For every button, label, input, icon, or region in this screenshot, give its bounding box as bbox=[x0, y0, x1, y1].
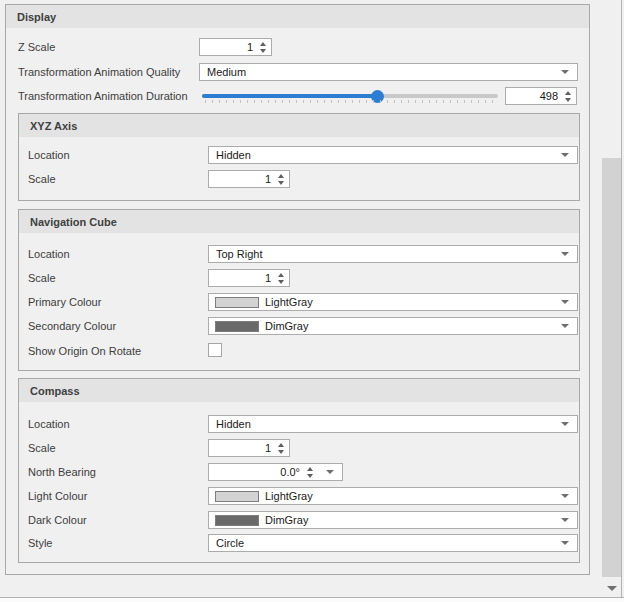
spin-up-icon bbox=[307, 467, 313, 471]
slider-tick-marks bbox=[205, 100, 496, 103]
compass-style-label: Style bbox=[28, 534, 52, 552]
lightgray-color-swatch bbox=[215, 297, 259, 308]
dimgray-color-swatch bbox=[215, 321, 259, 332]
secondary-colour-dropdown[interactable]: DimGray bbox=[208, 317, 578, 335]
compass-group-title: Compass bbox=[30, 385, 80, 397]
spin-down-icon bbox=[307, 474, 313, 478]
compass-group-header: Compass bbox=[19, 379, 579, 402]
primary-colour-value: LightGray bbox=[259, 296, 561, 308]
cube-scale-spinner[interactable]: 1 bbox=[208, 269, 290, 287]
z-scale-value: 1 bbox=[200, 41, 256, 53]
animation-duration-spin-buttons[interactable] bbox=[561, 91, 574, 102]
light-colour-value: LightGray bbox=[259, 490, 561, 502]
cube-location-dropdown[interactable]: Top Right bbox=[208, 245, 578, 263]
spin-up-icon bbox=[278, 443, 284, 447]
chevron-down-icon bbox=[561, 300, 569, 304]
navigation-cube-group-header: Navigation Cube bbox=[19, 210, 579, 233]
z-scale-label: Z Scale bbox=[18, 38, 55, 56]
north-bearing-spinner[interactable]: 0.0° bbox=[208, 463, 343, 481]
primary-colour-label: Primary Colour bbox=[28, 293, 101, 311]
xyz-scale-spinner[interactable]: 1 bbox=[208, 170, 290, 188]
compass-scale-value: 1 bbox=[209, 442, 274, 454]
z-scale-spin-buttons[interactable] bbox=[256, 42, 269, 53]
cube-scale-value: 1 bbox=[209, 272, 274, 284]
cube-location-value: Top Right bbox=[209, 248, 561, 260]
spin-down-icon bbox=[278, 181, 284, 185]
compass-location-dropdown[interactable]: Hidden bbox=[208, 415, 578, 433]
xyz-location-dropdown[interactable]: Hidden bbox=[208, 146, 578, 164]
dark-colour-value: DimGray bbox=[259, 514, 561, 526]
chevron-down-icon bbox=[561, 518, 569, 522]
chevron-down-icon bbox=[561, 252, 569, 256]
primary-colour-dropdown[interactable]: LightGray bbox=[208, 293, 578, 311]
arrow-down-icon bbox=[607, 586, 617, 591]
cube-scale-spin-buttons[interactable] bbox=[274, 273, 287, 284]
animation-quality-dropdown[interactable]: Medium bbox=[199, 63, 578, 81]
compass-scale-spinner[interactable]: 1 bbox=[208, 439, 290, 457]
light-colour-label: Light Colour bbox=[28, 487, 87, 505]
show-origin-label: Show Origin On Rotate bbox=[28, 342, 141, 360]
window-right-border bbox=[621, 0, 622, 597]
secondary-colour-label: Secondary Colour bbox=[28, 317, 116, 335]
compass-location-label: Location bbox=[28, 415, 70, 433]
spin-up-icon bbox=[278, 174, 284, 178]
z-scale-spinner[interactable]: 1 bbox=[199, 38, 272, 56]
light-colour-dropdown[interactable]: LightGray bbox=[208, 487, 578, 505]
spin-down-icon bbox=[278, 450, 284, 454]
compass-location-value: Hidden bbox=[209, 418, 561, 430]
animation-quality-value: Medium bbox=[200, 66, 561, 78]
spin-down-icon bbox=[260, 49, 266, 53]
display-group-title: Display bbox=[17, 11, 56, 23]
compass-scale-spin-buttons[interactable] bbox=[274, 443, 287, 454]
chevron-down-icon bbox=[326, 470, 334, 474]
dark-colour-dropdown[interactable]: DimGray bbox=[208, 511, 578, 529]
animation-quality-label: Transformation Animation Quality bbox=[18, 63, 180, 81]
show-origin-checkbox[interactable] bbox=[208, 343, 222, 357]
animation-duration-value: 498 bbox=[506, 90, 561, 102]
compass-style-value: Circle bbox=[209, 537, 561, 549]
chevron-down-icon bbox=[561, 494, 569, 498]
spin-down-icon bbox=[565, 98, 571, 102]
xyz-axis-group-header: XYZ Axis bbox=[19, 114, 579, 137]
dark-colour-label: Dark Colour bbox=[28, 511, 87, 529]
scrollbar-down-button[interactable] bbox=[602, 579, 621, 597]
lightgray-color-swatch bbox=[215, 491, 259, 502]
window-bottom-strip bbox=[0, 598, 624, 602]
navigation-cube-group-title: Navigation Cube bbox=[30, 216, 117, 228]
animation-duration-label: Transformation Animation Duration bbox=[18, 87, 188, 105]
chevron-down-icon bbox=[561, 541, 569, 545]
xyz-location-label: Location bbox=[28, 146, 70, 164]
spin-up-icon bbox=[278, 273, 284, 277]
cube-scale-label: Scale bbox=[28, 269, 56, 287]
display-group-header: Display bbox=[6, 5, 589, 28]
spin-up-icon bbox=[565, 91, 571, 95]
xyz-location-value: Hidden bbox=[209, 149, 561, 161]
animation-duration-spinner[interactable]: 498 bbox=[505, 87, 577, 105]
vertical-scrollbar-thumb[interactable] bbox=[602, 158, 621, 577]
spin-up-icon bbox=[260, 42, 266, 46]
xyz-scale-value: 1 bbox=[209, 173, 274, 185]
compass-style-dropdown[interactable]: Circle bbox=[208, 534, 578, 552]
dimgray-color-swatch bbox=[215, 515, 259, 526]
xyz-scale-label: Scale bbox=[28, 170, 56, 188]
cube-location-label: Location bbox=[28, 245, 70, 263]
secondary-colour-value: DimGray bbox=[259, 320, 561, 332]
spin-down-icon bbox=[278, 280, 284, 284]
slider-fill bbox=[202, 94, 377, 98]
chevron-down-icon bbox=[561, 153, 569, 157]
compass-scale-label: Scale bbox=[28, 439, 56, 457]
chevron-down-icon bbox=[561, 324, 569, 328]
chevron-down-icon bbox=[561, 422, 569, 426]
xyz-scale-spin-buttons[interactable] bbox=[274, 174, 287, 185]
xyz-axis-group-title: XYZ Axis bbox=[30, 120, 77, 132]
north-bearing-spin-buttons[interactable] bbox=[303, 467, 316, 478]
north-bearing-label: North Bearing bbox=[28, 463, 96, 481]
chevron-down-icon bbox=[561, 70, 569, 74]
north-bearing-value: 0.0° bbox=[209, 466, 303, 478]
